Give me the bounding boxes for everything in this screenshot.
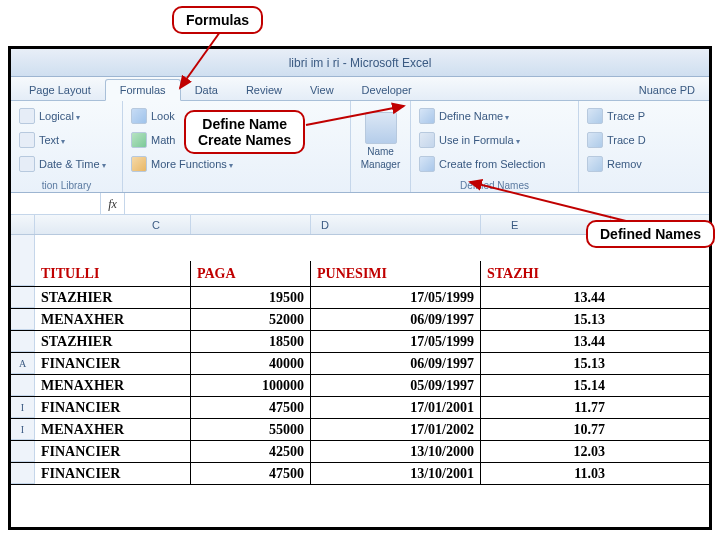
cell-paga[interactable]: 52000	[191, 309, 311, 330]
rowhead[interactable]	[11, 331, 35, 352]
cell-punesimi[interactable]: 17/05/1999	[311, 287, 481, 308]
cell-punesimi[interactable]: 06/09/1997	[311, 353, 481, 374]
table-row: AFINANCIER4000006/09/199715.13	[11, 353, 709, 375]
window-title: libri im i ri - Microsoft Excel	[11, 49, 709, 77]
defined-names-caption: Defined Names	[411, 180, 578, 191]
create-from-selection-icon	[419, 156, 435, 172]
cell-paga[interactable]: 100000	[191, 375, 311, 396]
cell-titulli[interactable]: FINANCIER	[35, 353, 191, 374]
hdr-paga[interactable]: PAGA	[191, 261, 311, 286]
math-label: Math	[151, 134, 175, 146]
cell-stazhi[interactable]: 13.44	[481, 331, 611, 352]
rowhead[interactable]: I	[11, 419, 35, 440]
name-manager-button[interactable]: NameManager	[351, 101, 411, 192]
cell-stazhi[interactable]: 15.13	[481, 309, 611, 330]
define-name-button[interactable]: Define Name	[419, 105, 570, 127]
tab-developer[interactable]: Developer	[348, 80, 426, 100]
cell-punesimi[interactable]: 13/10/2001	[311, 463, 481, 484]
datetime-label: Date & Time	[39, 158, 106, 170]
fx-button[interactable]: fx	[101, 193, 125, 214]
text-button[interactable]: Text	[19, 129, 114, 151]
rowhead[interactable]	[11, 309, 35, 330]
cell-paga[interactable]: 47500	[191, 397, 311, 418]
cell-titulli[interactable]: STAZHIER	[35, 287, 191, 308]
cell-paga[interactable]: 18500	[191, 331, 311, 352]
cell-titulli[interactable]: MENAXHER	[35, 375, 191, 396]
remove-arrows-button[interactable]: Remov	[587, 153, 701, 175]
more-functions-icon	[131, 156, 147, 172]
cell-titulli[interactable]: MENAXHER	[35, 309, 191, 330]
cell-stazhi[interactable]: 12.03	[481, 441, 611, 462]
hdr-titulli[interactable]: TITULLI	[35, 261, 191, 286]
more-functions-label: More Functions	[151, 158, 233, 170]
cell-punesimi[interactable]: 17/01/2001	[311, 397, 481, 418]
datetime-button[interactable]: Date & Time	[19, 153, 114, 175]
col-c[interactable]: C	[35, 215, 191, 234]
col-d[interactable]: D	[311, 215, 481, 234]
cell-punesimi[interactable]: 06/09/1997	[311, 309, 481, 330]
tab-data[interactable]: Data	[181, 80, 232, 100]
cell-stazhi[interactable]: 15.14	[481, 375, 611, 396]
cell-titulli[interactable]: FINANCIER	[35, 397, 191, 418]
logical-button[interactable]: Logical	[19, 105, 114, 127]
tab-view[interactable]: View	[296, 80, 348, 100]
cell-punesimi[interactable]: 13/10/2000	[311, 441, 481, 462]
tab-formulas[interactable]: Formulas	[105, 79, 181, 101]
more-functions-button[interactable]: More Functions	[131, 153, 342, 175]
worksheet-grid[interactable]: TITULLI PAGA PUNESIMI STAZHI STAZHIER195…	[11, 235, 709, 485]
hdr-stazhi[interactable]: STAZHI	[481, 261, 611, 286]
trace-dependents-button[interactable]: Trace D	[587, 129, 701, 151]
create-from-selection-button[interactable]: Create from Selection	[419, 153, 570, 175]
group-defined-names: Define Name Use in Formula Create from S…	[411, 101, 579, 192]
callout-define-name-line2: Create Names	[198, 132, 291, 148]
cell-stazhi[interactable]: 11.77	[481, 397, 611, 418]
cell-titulli[interactable]: STAZHIER	[35, 331, 191, 352]
rowhead[interactable]	[11, 441, 35, 462]
callout-define-name-line1: Define Name	[198, 116, 291, 132]
cell-paga[interactable]: 42500	[191, 441, 311, 462]
remove-arrows-label: Remov	[607, 158, 642, 170]
cell-paga[interactable]: 55000	[191, 419, 311, 440]
cell-titulli[interactable]: FINANCIER	[35, 463, 191, 484]
cell-paga[interactable]: 40000	[191, 353, 311, 374]
rowhead[interactable]	[11, 375, 35, 396]
callout-formulas: Formulas	[172, 6, 263, 34]
lookup-icon	[131, 108, 147, 124]
use-in-formula-button[interactable]: Use in Formula	[419, 129, 570, 151]
tab-page-layout[interactable]: Page Layout	[15, 80, 105, 100]
corner[interactable]	[11, 215, 35, 234]
table-row: MENAXHER10000005/09/199715.14	[11, 375, 709, 397]
library-caption: tion Library	[11, 180, 122, 191]
col-d-spacer[interactable]	[191, 215, 311, 234]
rowhead[interactable]	[11, 287, 35, 308]
remove-arrows-icon	[587, 156, 603, 172]
cell-stazhi[interactable]: 11.03	[481, 463, 611, 484]
trace-precedents-label: Trace P	[607, 110, 645, 122]
name-box[interactable]	[11, 193, 101, 214]
cell-punesimi[interactable]: 05/09/1997	[311, 375, 481, 396]
rowhead[interactable]: I	[11, 397, 35, 418]
cell-stazhi[interactable]: 10.77	[481, 419, 611, 440]
tab-nuance[interactable]: Nuance PD	[625, 80, 709, 100]
cell-paga[interactable]: 47500	[191, 463, 311, 484]
ribbon: Logical Text Date & Time tion Library Lo…	[11, 101, 709, 193]
logical-icon	[19, 108, 35, 124]
cell-stazhi[interactable]: 13.44	[481, 287, 611, 308]
hdr-punesimi[interactable]: PUNESIMI	[311, 261, 481, 286]
rowhead[interactable]	[11, 235, 35, 261]
cell-punesimi[interactable]: 17/05/1999	[311, 331, 481, 352]
rowhead[interactable]: A	[11, 353, 35, 374]
rowhead[interactable]	[11, 261, 35, 286]
tab-review[interactable]: Review	[232, 80, 296, 100]
cell-punesimi[interactable]: 17/01/2002	[311, 419, 481, 440]
table-row: IMENAXHER5500017/01/200210.77	[11, 419, 709, 441]
text-label: Text	[39, 134, 65, 146]
cell-paga[interactable]: 19500	[191, 287, 311, 308]
cell-titulli[interactable]: MENAXHER	[35, 419, 191, 440]
cell-titulli[interactable]: FINANCIER	[35, 441, 191, 462]
cell-stazhi[interactable]: 15.13	[481, 353, 611, 374]
rowhead[interactable]	[11, 463, 35, 484]
trace-dependents-icon	[587, 132, 603, 148]
trace-precedents-button[interactable]: Trace P	[587, 105, 701, 127]
logical-label: Logical	[39, 110, 80, 122]
